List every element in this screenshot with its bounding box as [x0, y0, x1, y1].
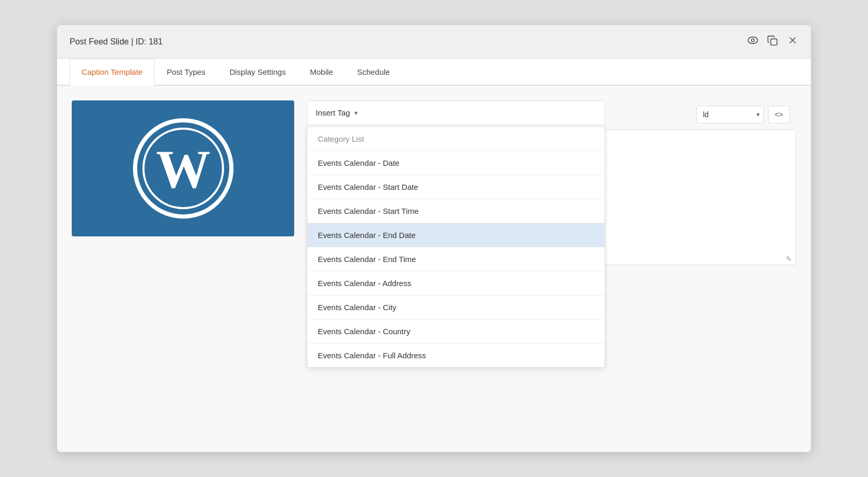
tab-schedule[interactable]: Schedule — [345, 59, 402, 86]
dropdown-item-events-calendar-full-address[interactable]: Events Calendar - Full Address — [307, 344, 605, 367]
eye-icon[interactable] — [747, 35, 759, 49]
close-icon[interactable] — [787, 35, 798, 49]
dropdown-menu: Category List Events Calendar - Date Eve… — [307, 127, 605, 368]
header-actions — [747, 35, 798, 49]
dropdown-item-category-list-partial[interactable]: Category List — [307, 127, 605, 151]
dropdown-item-events-calendar-country[interactable]: Events Calendar - Country — [307, 320, 605, 344]
dropdown-item-events-calendar-end-time[interactable]: Events Calendar - End Time — [307, 247, 605, 271]
content-area: ld Custom Field ACF Field ▾ <> Insert Ta… — [307, 100, 796, 437]
dropdown-item-events-calendar-start-date[interactable]: Events Calendar - Start Date — [307, 175, 605, 199]
tab-mobile[interactable]: Mobile — [298, 59, 345, 86]
field-dropdown[interactable]: ld Custom Field ACF Field — [696, 106, 764, 123]
tab-display-settings[interactable]: Display Settings — [217, 59, 298, 86]
insert-tag-chevron-icon: ▾ — [354, 109, 358, 117]
svg-point-1 — [751, 39, 754, 42]
tabs-bar: Caption Template Post Types Display Sett… — [57, 59, 811, 86]
modal-body: W ld Custom Field ACF Field ▾ <> Insert — [57, 86, 811, 452]
svg-text:W: W — [156, 139, 210, 199]
dropdown-item-events-calendar-date[interactable]: Events Calendar - Date — [307, 151, 605, 175]
category-list-label: Category List — [318, 134, 364, 143]
svg-point-0 — [748, 37, 758, 44]
tab-caption-template[interactable]: Caption Template — [70, 59, 154, 86]
insert-tag-button[interactable]: Insert Tag ▾ — [307, 100, 605, 125]
dropdown-item-events-calendar-start-time[interactable]: Events Calendar - Start Time — [307, 199, 605, 223]
dropdown-item-events-calendar-end-date[interactable]: Events Calendar - End Date — [307, 223, 605, 247]
code-button[interactable]: <> — [768, 106, 790, 123]
tab-post-types[interactable]: Post Types — [154, 59, 217, 86]
modal-header: Post Feed Slide | ID: 181 — [57, 25, 811, 59]
modal: Post Feed Slide | ID: 181 — [57, 25, 811, 452]
wp-logo-image: W — [72, 100, 294, 236]
svg-rect-2 — [771, 39, 777, 45]
dropdown-item-events-calendar-city[interactable]: Events Calendar - City — [307, 296, 605, 320]
copy-icon[interactable] — [767, 35, 778, 49]
modal-title: Post Feed Slide | ID: 181 — [70, 37, 163, 47]
edit-icon: ✎ — [786, 255, 792, 263]
right-controls: ld Custom Field ACF Field ▾ <> — [690, 100, 796, 129]
dropdown-item-events-calendar-address[interactable]: Events Calendar - Address — [307, 271, 605, 296]
insert-tag-label: Insert Tag — [316, 108, 350, 117]
